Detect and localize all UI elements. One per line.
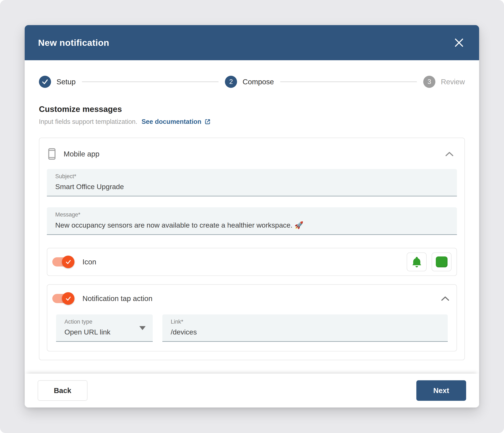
step-compose[interactable]: 2 Compose <box>225 76 274 88</box>
icon-toggle-row: Icon <box>47 248 457 276</box>
icon-toggle-label: Icon <box>82 258 96 266</box>
step-review-label: Review <box>441 78 465 86</box>
next-button[interactable]: Next <box>416 380 466 401</box>
link-input[interactable]: /devices <box>171 328 439 336</box>
check-icon <box>65 259 71 265</box>
bell-icon <box>411 256 422 268</box>
green-square-swatch <box>436 256 448 267</box>
tap-action-header: Notification tap action <box>52 290 451 307</box>
subject-label: Subject* <box>55 173 449 180</box>
step-connector <box>82 81 219 82</box>
tap-action-box: Notification tap action Action type Open… <box>47 284 457 352</box>
bell-icon-button[interactable] <box>407 253 427 271</box>
step-setup[interactable]: Setup <box>39 76 75 88</box>
action-type-select[interactable]: Action type Open URL link <box>56 314 153 342</box>
step-review[interactable]: 3 Review <box>423 76 465 88</box>
check-icon <box>65 295 71 302</box>
close-icon <box>455 38 463 47</box>
close-button[interactable] <box>452 36 466 49</box>
modal-title: New notification <box>38 38 109 48</box>
step-compose-label: Compose <box>243 78 274 86</box>
chevron-up-icon <box>445 151 454 157</box>
section-subtext: Input fields support templatization. See… <box>39 118 465 126</box>
mobile-app-card: Mobile app Subject* Smart Office Upgrade… <box>39 138 465 360</box>
link-label: Link* <box>171 319 439 325</box>
step-compose-indicator: 2 <box>225 76 237 88</box>
check-icon <box>42 79 48 85</box>
subtext-text: Input fields support templatization. <box>39 118 137 126</box>
step-setup-label: Setup <box>56 78 75 86</box>
new-notification-modal: New notification Setup <box>25 25 479 407</box>
mobile-app-header: Mobile app <box>47 146 457 169</box>
color-swatch-button[interactable] <box>432 253 451 271</box>
step-review-indicator: 3 <box>423 76 435 88</box>
icon-toggle[interactable] <box>52 257 72 267</box>
action-type-label: Action type <box>64 319 144 325</box>
dropdown-arrow-icon <box>139 326 146 330</box>
chevron-up-icon <box>441 296 450 301</box>
page-background: New notification Setup <box>0 0 504 433</box>
collapse-tap-action-button[interactable] <box>439 292 451 305</box>
tap-action-toggle[interactable] <box>52 294 72 303</box>
link-field[interactable]: Link* /devices <box>162 314 448 342</box>
modal-header: New notification <box>25 25 479 60</box>
message-label: Message* <box>55 211 449 218</box>
step-connector <box>280 81 417 82</box>
stepper: Setup 2 Compose 3 Review <box>39 76 465 88</box>
mobile-phone-icon <box>48 148 56 160</box>
step-setup-indicator <box>39 76 51 88</box>
toggle-thumb <box>62 256 74 268</box>
message-field[interactable]: Message* New occupancy sensors are now a… <box>47 207 457 235</box>
page-title: Customize messages <box>39 105 465 114</box>
toggle-thumb <box>62 292 74 305</box>
tap-action-label: Notification tap action <box>82 294 153 303</box>
message-input[interactable]: New occupancy sensors are now available … <box>55 221 449 229</box>
subject-input[interactable]: Smart Office Upgrade <box>55 183 449 191</box>
tap-action-fields: Action type Open URL link Link* /devices <box>52 314 451 342</box>
action-type-value: Open URL link <box>64 328 144 336</box>
subject-field[interactable]: Subject* Smart Office Upgrade <box>47 169 457 196</box>
back-button[interactable]: Back <box>38 380 88 401</box>
modal-footer: Back Next <box>25 374 479 407</box>
see-documentation-link[interactable]: See documentation <box>141 118 201 126</box>
modal-body: Setup 2 Compose 3 Review Customize messa… <box>25 76 479 360</box>
external-link-icon <box>204 118 211 125</box>
collapse-mobile-app-button[interactable] <box>443 148 456 160</box>
mobile-app-title: Mobile app <box>63 150 99 158</box>
